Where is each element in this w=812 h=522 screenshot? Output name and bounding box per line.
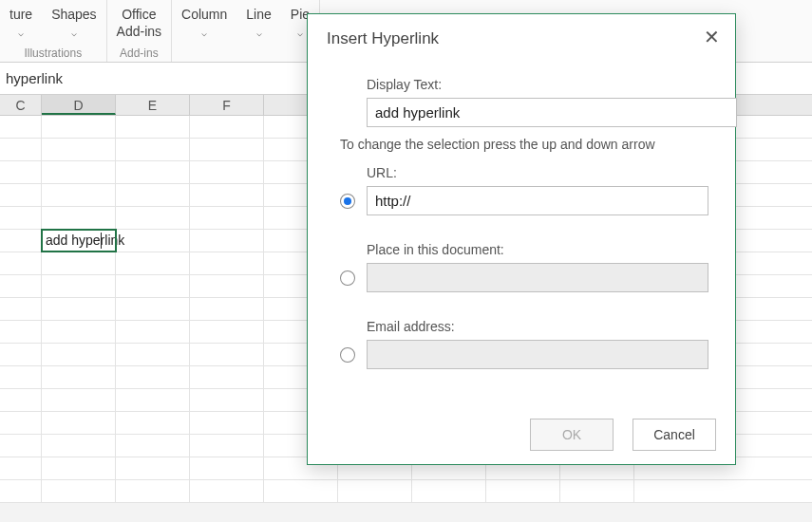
cell[interactable] <box>338 480 412 502</box>
url-input[interactable] <box>367 186 708 215</box>
cell[interactable] <box>42 457 116 479</box>
ribbon-button[interactable]: Shapes⌵ <box>42 0 105 47</box>
cell[interactable] <box>0 344 42 365</box>
cell[interactable]: add hyperlink <box>42 230 116 252</box>
cell[interactable] <box>116 139 190 160</box>
cell[interactable] <box>0 230 42 252</box>
column-header[interactable]: F <box>190 95 264 115</box>
cell[interactable] <box>42 366 116 388</box>
cell[interactable] <box>190 435 264 457</box>
cell[interactable] <box>42 344 116 365</box>
chevron-down-icon: ⌵ <box>51 25 96 42</box>
cancel-button[interactable]: Cancel <box>633 419 716 451</box>
cell[interactable] <box>0 207 42 229</box>
chevron-down-icon: ⌵ <box>9 25 32 42</box>
cell[interactable] <box>42 435 116 457</box>
cell[interactable] <box>116 161 190 183</box>
cell[interactable] <box>264 480 338 502</box>
place-input <box>367 263 708 292</box>
display-text-input[interactable] <box>367 98 737 127</box>
ribbon-button[interactable]: Column⌵ <box>172 0 236 60</box>
cell[interactable] <box>0 435 42 457</box>
dialog-hint: To change the selection press the up and… <box>340 137 708 152</box>
url-label: URL: <box>367 165 708 180</box>
cell[interactable] <box>116 230 190 252</box>
cell[interactable] <box>190 161 264 183</box>
cell[interactable] <box>190 389 264 411</box>
ribbon-group-label <box>172 60 319 62</box>
cell[interactable] <box>190 480 264 502</box>
cell[interactable] <box>560 480 634 502</box>
cell[interactable] <box>0 184 42 206</box>
cell[interactable] <box>190 412 264 434</box>
cell[interactable] <box>116 366 190 388</box>
cell[interactable] <box>0 298 42 320</box>
cell[interactable] <box>116 321 190 343</box>
cell[interactable] <box>0 480 42 502</box>
cell[interactable] <box>190 298 264 320</box>
cell[interactable] <box>190 230 264 252</box>
cell[interactable] <box>0 412 42 434</box>
column-header[interactable]: C <box>0 95 42 115</box>
cell[interactable] <box>190 275 264 297</box>
cell[interactable] <box>116 480 190 502</box>
cell[interactable] <box>116 435 190 457</box>
cell[interactable] <box>42 252 116 274</box>
cell[interactable] <box>116 275 190 297</box>
cell[interactable] <box>190 116 264 138</box>
cell[interactable] <box>190 321 264 343</box>
cell[interactable] <box>116 389 190 411</box>
cell[interactable] <box>42 389 116 411</box>
cell[interactable] <box>190 457 264 479</box>
cell[interactable] <box>116 207 190 229</box>
cell[interactable] <box>190 139 264 160</box>
chevron-down-icon: ⌵ <box>181 25 227 42</box>
cell[interactable] <box>190 344 264 365</box>
ribbon-button[interactable]: Line⌵ <box>236 0 280 60</box>
cell[interactable] <box>42 184 116 206</box>
column-header[interactable]: E <box>116 95 190 115</box>
cell[interactable] <box>42 275 116 297</box>
cell[interactable] <box>0 275 42 297</box>
cell[interactable] <box>42 412 116 434</box>
ribbon-button[interactable]: OfficeAdd-ins <box>107 0 171 47</box>
cell[interactable] <box>0 366 42 388</box>
cell[interactable] <box>190 252 264 274</box>
cell[interactable] <box>412 480 486 502</box>
cell[interactable] <box>116 116 190 138</box>
cell[interactable] <box>0 389 42 411</box>
cell[interactable] <box>116 252 190 274</box>
cell[interactable] <box>42 321 116 343</box>
cell[interactable] <box>0 139 42 160</box>
place-radio[interactable] <box>340 270 355 286</box>
cell[interactable] <box>42 139 116 160</box>
cell[interactable] <box>116 457 190 479</box>
cell[interactable] <box>0 252 42 274</box>
cell[interactable] <box>42 480 116 502</box>
cell[interactable] <box>42 116 116 138</box>
url-radio[interactable] <box>340 194 355 209</box>
email-radio[interactable] <box>340 347 355 363</box>
close-icon[interactable]: ✕ <box>704 28 720 47</box>
cell[interactable] <box>0 321 42 343</box>
cell[interactable] <box>116 298 190 320</box>
cell[interactable] <box>190 207 264 229</box>
cell[interactable] <box>116 344 190 365</box>
dialog-footer: OK Cancel <box>530 419 716 451</box>
cell[interactable] <box>116 412 190 434</box>
cell[interactable] <box>42 207 116 229</box>
ribbon-group-label: Add-ins <box>107 47 171 62</box>
ribbon-button[interactable]: ture⌵ <box>0 0 42 47</box>
ribbon-group: OfficeAdd-insAdd-ins <box>107 0 172 62</box>
cell[interactable] <box>486 480 560 502</box>
cell[interactable] <box>0 161 42 183</box>
cell[interactable] <box>0 116 42 138</box>
cell[interactable] <box>42 161 116 183</box>
cell[interactable] <box>190 184 264 206</box>
cell[interactable] <box>0 457 42 479</box>
cell[interactable] <box>190 366 264 388</box>
ok-button[interactable]: OK <box>530 419 614 451</box>
cell[interactable] <box>42 298 116 320</box>
cell[interactable] <box>116 184 190 206</box>
column-header[interactable]: D <box>42 95 116 115</box>
